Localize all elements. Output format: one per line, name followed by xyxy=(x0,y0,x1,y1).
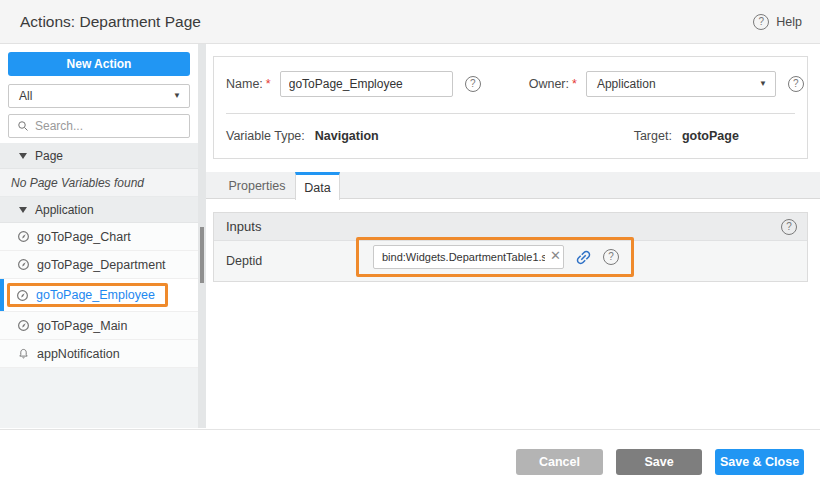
owner-select[interactable]: Application ▼ xyxy=(586,71,776,97)
owner-block: Owner: * Application ▼ ? xyxy=(529,71,804,97)
tree-item-appnotification[interactable]: appNotification xyxy=(0,340,198,368)
tree-section-application-label: Application xyxy=(35,203,94,217)
tree-section-page[interactable]: Page xyxy=(0,143,198,169)
variable-type-value: Navigation xyxy=(315,129,379,143)
save-and-close-button[interactable]: Save & Close xyxy=(715,449,804,475)
name-owner-row: Name: * ? Owner: * Application ▼ ? xyxy=(226,71,795,97)
help-label: Help xyxy=(776,15,802,29)
close-x-icon[interactable]: ✕ xyxy=(550,249,561,262)
tree-item-label: appNotification xyxy=(37,347,120,361)
save-button[interactable]: Save xyxy=(616,449,702,475)
page-empty-message: No Page Variables found xyxy=(0,169,198,197)
inputs-body: Deptid ✕ ? xyxy=(214,241,807,282)
tree-item-label: goToPage_Chart xyxy=(37,230,131,244)
owner-select-value: Application xyxy=(597,77,656,91)
selected-indicator-bar xyxy=(0,279,4,311)
filter-dropdown-value: All xyxy=(19,89,32,103)
sidebar-controls: New Action All ▼ xyxy=(0,44,198,143)
cancel-button[interactable]: Cancel xyxy=(516,449,603,475)
bind-input-wrap: ✕ xyxy=(373,245,564,269)
deptid-help-icon[interactable]: ? xyxy=(603,249,619,265)
tab-strip: Properties Data xyxy=(206,172,820,199)
caret-down-icon: ▼ xyxy=(759,80,767,88)
tree-item-label: goToPage_Employee xyxy=(36,288,155,302)
variables-tree: Page No Page Variables found Application… xyxy=(0,143,198,368)
tree-item-gotopage-chart[interactable]: goToPage_Chart xyxy=(0,223,198,251)
form-divider xyxy=(226,113,795,114)
name-label: Name: xyxy=(226,77,263,91)
page-title: Actions: Department Page xyxy=(20,13,201,31)
notification-variable-icon xyxy=(17,347,30,360)
variables-sidebar: New Action All ▼ Page No Page Variables … xyxy=(0,44,198,428)
action-summary-panel: Name: * ? Owner: * Application ▼ ? Varia… xyxy=(213,56,808,159)
bind-highlight-box: ✕ ? xyxy=(356,237,634,277)
inputs-section-title: Inputs xyxy=(226,219,261,234)
tree-item-label: goToPage_Main xyxy=(37,319,127,333)
sidebar-filler xyxy=(0,368,198,428)
owner-label: Owner: xyxy=(529,77,569,91)
actions-dialog: Actions: Department Page ? Help New Acti… xyxy=(0,0,820,488)
search-input[interactable] xyxy=(35,119,181,133)
inputs-panel: Inputs ? Deptid ✕ ? xyxy=(213,212,808,282)
sidebar-scrollbar[interactable] xyxy=(200,227,204,283)
link-icon[interactable] xyxy=(574,248,593,267)
collapse-triangle-icon xyxy=(19,207,27,213)
navigation-variable-icon xyxy=(16,289,29,302)
target-block: Target: gotoPage xyxy=(634,129,739,143)
required-asterisk: * xyxy=(266,77,271,91)
tree-item-gotopage-department[interactable]: goToPage_Department xyxy=(0,251,198,279)
tab-properties[interactable]: Properties xyxy=(218,172,296,199)
tab-data[interactable]: Data xyxy=(295,172,340,200)
search-box xyxy=(8,114,190,138)
tree-item-gotopage-main[interactable]: goToPage_Main xyxy=(0,312,198,340)
deptid-bind-input[interactable] xyxy=(373,245,564,269)
required-asterisk: * xyxy=(572,77,577,91)
deptid-field-label: Deptid xyxy=(226,254,262,268)
new-action-button[interactable]: New Action xyxy=(8,52,190,76)
filter-dropdown[interactable]: All ▼ xyxy=(8,84,190,108)
tree-section-application[interactable]: Application xyxy=(0,197,198,223)
sidebar-divider xyxy=(198,44,206,428)
target-value: gotoPage xyxy=(682,129,739,143)
name-input[interactable] xyxy=(280,71,453,97)
tree-item-label: goToPage_Department xyxy=(37,258,166,272)
help-button[interactable]: ? Help xyxy=(753,14,802,30)
tree-item-gotopage-employee[interactable]: goToPage_Employee xyxy=(0,279,198,312)
target-label: Target: xyxy=(634,129,672,143)
name-help-icon[interactable]: ? xyxy=(465,76,481,92)
variable-type-label: Variable Type: xyxy=(226,129,305,143)
tree-section-page-label: Page xyxy=(35,149,63,163)
dialog-header: Actions: Department Page ? Help xyxy=(0,0,820,44)
navigation-variable-icon xyxy=(17,258,30,271)
navigation-variable-icon xyxy=(17,230,30,243)
inputs-help-icon[interactable]: ? xyxy=(781,219,797,235)
caret-down-icon: ▼ xyxy=(173,92,181,100)
collapse-triangle-icon xyxy=(19,153,27,159)
type-target-row: Variable Type: Navigation Target: gotoPa… xyxy=(226,123,795,149)
dialog-footer: Cancel Save Save & Close xyxy=(0,429,820,488)
search-icon xyxy=(17,120,29,132)
selected-item-highlight: goToPage_Employee xyxy=(7,283,168,307)
help-circle-icon: ? xyxy=(753,14,769,30)
navigation-variable-icon xyxy=(17,319,30,332)
footer-buttons: Cancel Save Save & Close xyxy=(516,449,804,475)
owner-help-icon[interactable]: ? xyxy=(788,76,804,92)
